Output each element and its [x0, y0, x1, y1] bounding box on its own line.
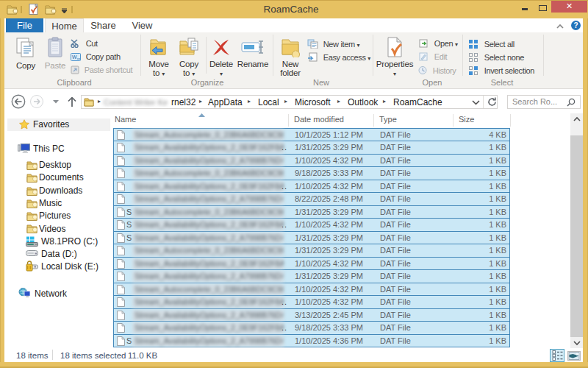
- svg-text:W: W: [72, 54, 77, 60]
